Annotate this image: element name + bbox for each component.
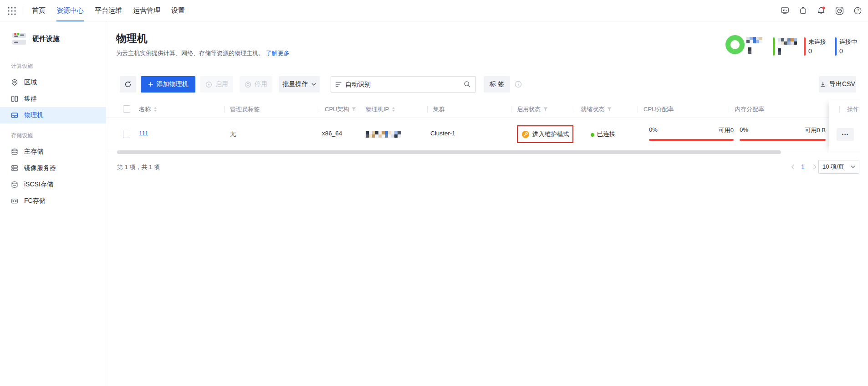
sidebar-item-label: 镜像服务器 [24,164,56,172]
search-input[interactable] [345,81,460,88]
row-physical-ip-redacted [366,131,401,138]
add-physical-machine-button[interactable]: 添加物理机 [141,76,195,93]
row-checkbox[interactable] [123,131,130,138]
row-more-actions-button[interactable]: ... [837,128,854,141]
column-header-physical-ip[interactable]: 物理机IP [366,100,395,118]
sidebar-item-cluster[interactable]: 集群 [0,91,106,107]
sidebar-item-image-server[interactable]: 镜像服务器 [0,160,106,176]
pagination-summary: 第 1 项，共 1 项 [117,163,160,171]
page-number[interactable]: 1 [797,160,808,173]
column-separator [360,106,360,113]
monitoring-gauge-icon[interactable] [835,6,844,15]
nav-item-label: 资源中心 [56,6,84,15]
enable-button[interactable]: 启用 [200,76,233,93]
sidebar-item-label: 主存储 [24,148,43,156]
maintenance-mode-annotation-box: 进入维护模式 [517,125,573,143]
download-icon [820,81,826,87]
app-grid-icon[interactable] [7,6,16,15]
column-label: 启用状态 [517,105,541,113]
not-connected-label: 未连接 [808,38,826,46]
export-button-label: 导出CSV [829,80,855,88]
column-header-enable-status[interactable]: 启用状态 [517,100,548,118]
chevron-left-icon [791,164,795,170]
horizontal-scrollbar[interactable] [117,150,781,154]
search-icon[interactable] [464,81,471,88]
select-all-checkbox[interactable] [123,105,130,113]
column-label: CPU分配率 [643,105,674,113]
mem-alloc-available: 可用0 B [740,126,826,134]
column-separator [427,106,428,113]
sidebar-item-label: FC存储 [24,197,46,205]
cpu-alloc-bar [649,139,734,141]
nav-item-settings[interactable]: 设置 [171,0,185,21]
column-header-name[interactable]: 名称 [139,100,157,118]
sidebar-item-fc-storage[interactable]: FC存储 [0,193,106,209]
toolbar: 添加物理机 启用 停用 批量操作 [106,76,868,93]
disable-button-label: 停用 [255,80,267,88]
row-ready-status: 已连接 [597,130,616,138]
refresh-button[interactable] [120,76,136,93]
learn-more-link[interactable]: 了解更多 [266,50,290,57]
chevron-down-icon [851,165,855,169]
column-header-ready-status[interactable]: 就绪状态 [581,100,612,118]
sort-icon[interactable] [153,107,157,112]
row-cluster: Cluster-1 [430,130,455,137]
nav-item-resource-center[interactable]: 资源中心 [56,0,84,21]
connected-stat-bar [773,37,775,56]
sidebar-item-zone[interactable]: 区域 [0,74,106,91]
filter-funnel-icon[interactable] [607,107,612,112]
sort-icon[interactable] [392,107,395,112]
info-icon[interactable] [515,81,522,88]
sidebar-header: 硬件设施 [11,31,60,46]
workorder-bag-icon[interactable] [799,6,807,15]
add-button-label: 添加物理机 [157,80,189,88]
column-header-cpu-arch[interactable]: CPU架构 [325,100,356,118]
tag-button[interactable]: 标 签 [484,76,510,93]
page: 首页 资源中心 平台运维 运营管理 设置 [0,0,868,386]
donut-legend-redacted [746,37,762,43]
sidebar-section-storage: 存储设施 [11,132,33,139]
column-label: 就绪状态 [581,105,604,113]
column-header-actions: 操作 [847,100,859,118]
column-header-mem-alloc: 内存分配率 [735,100,764,118]
connected-status-dot [591,133,594,137]
column-header-cpu-alloc: CPU分配率 [643,100,674,118]
filter-funnel-icon[interactable] [543,107,548,112]
console-monitor-icon[interactable] [781,6,789,15]
sidebar-item-physical-machine[interactable]: 物理机 [0,107,106,124]
column-label: CPU架构 [325,105,349,113]
nav-item-home[interactable]: 首页 [32,0,46,21]
export-csv-button[interactable]: 导出CSV [819,76,856,93]
disable-button[interactable]: 停用 [240,76,272,93]
column-separator [575,106,575,113]
column-label: 内存分配率 [735,105,764,113]
sidebar-item-label: 物理机 [24,111,43,119]
batch-operations-button[interactable]: 批量操作 [279,76,320,93]
row-enable-status[interactable]: 进入维护模式 [532,130,569,139]
notifications-bell-icon[interactable] [817,6,826,15]
svg-text:?: ? [857,8,859,13]
nav-item-operation-mgmt[interactable]: 运营管理 [133,0,160,21]
sidebar-item-label: iSCSI存储 [24,180,53,189]
sidebar-section-compute: 计算设施 [11,62,33,70]
sidebar-item-label: 集群 [24,95,37,103]
connecting-value: 0 [839,47,843,55]
column-label: 物理机IP [366,105,389,113]
top-navbar: 首页 资源中心 平台运维 运营管理 设置 [0,0,868,21]
sidebar-item-primary-storage[interactable]: 主存储 [0,144,106,160]
page-size-select[interactable]: 10 项/页 [818,160,859,174]
search-type-filter-icon[interactable] [336,81,342,87]
nav-item-platform-ops[interactable]: 平台运维 [95,0,122,21]
connected-label-redacted [778,38,797,45]
not-connected-value: 0 [808,47,812,55]
row-cpu-arch: x86_64 [322,130,342,137]
page-size-value: 10 项/页 [822,163,844,171]
actions-fixed-column: 操作 ... [829,100,868,151]
primary-storage-icon [11,148,18,155]
filter-funnel-icon[interactable] [352,107,356,112]
column-separator [224,106,225,113]
sidebar-item-iscsi-storage[interactable]: iSCSI存储 [0,176,106,193]
help-icon[interactable]: ? [853,6,862,15]
hardware-facility-icon [11,31,27,46]
row-name-link[interactable]: 111 [139,130,148,137]
